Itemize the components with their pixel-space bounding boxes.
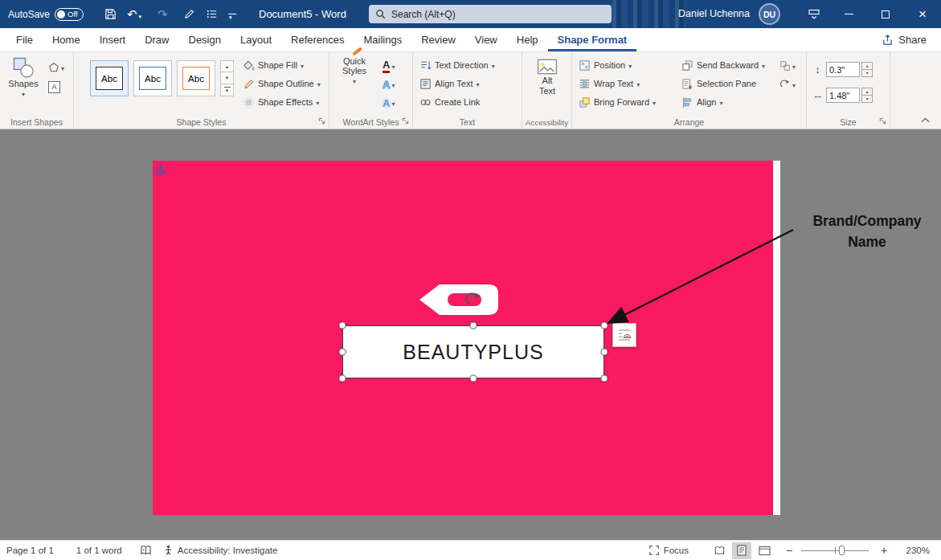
stepper-down-icon[interactable]	[861, 70, 873, 78]
stepper-down-icon[interactable]	[861, 96, 873, 104]
selection-handle-top-left[interactable]	[339, 322, 346, 329]
print-layout-button[interactable]	[732, 542, 751, 559]
statusbar: Page 1 of 1 1 of 1 word Accessibility: I…	[0, 540, 941, 560]
customize-toolbar-icon	[228, 14, 236, 14]
text-direction-button[interactable]: Text Direction	[418, 57, 497, 73]
zoom-out-button[interactable]	[782, 544, 796, 557]
tab-file[interactable]: File	[6, 28, 43, 51]
accessibility-person-icon	[163, 545, 174, 556]
zoom-slider[interactable]	[801, 544, 869, 557]
annotation-text[interactable]: Brand/Company Name	[796, 211, 939, 253]
redo-button[interactable]	[158, 0, 168, 28]
shape-style-preset-2[interactable]: Abc	[133, 60, 172, 96]
align-text-button[interactable]: Align Text	[418, 76, 481, 92]
word-count[interactable]: 1 of 1 word	[76, 546, 122, 555]
selection-handle-bottom-left[interactable]	[339, 375, 346, 382]
wrap-text-button[interactable]: Wrap Text	[577, 76, 641, 92]
autosave-toggle[interactable]: AutoSave Off	[8, 0, 84, 28]
close-button[interactable]	[904, 0, 941, 28]
group-objects-button[interactable]	[779, 59, 796, 73]
draw-text-box-button[interactable]	[48, 80, 60, 94]
undo-button[interactable]	[127, 0, 141, 28]
edit-shape-button[interactable]	[48, 60, 64, 75]
stepper-up-icon[interactable]	[861, 62, 873, 70]
selection-handle-top-center[interactable]	[470, 322, 477, 329]
proofing-errors-button[interactable]	[140, 545, 152, 556]
maximize-button[interactable]	[867, 0, 904, 28]
search-box[interactable]	[369, 5, 612, 23]
selection-handle-bottom-center[interactable]	[470, 375, 477, 382]
align-button[interactable]: Align	[680, 94, 724, 110]
save-button[interactable]	[104, 0, 117, 28]
zoom-in-button[interactable]	[877, 544, 891, 557]
tag-shape[interactable]	[418, 283, 500, 317]
shape-width-input[interactable]	[826, 88, 860, 103]
shape-fill-button[interactable]: Shape Fill	[241, 57, 305, 73]
page-indicator[interactable]: Page 1 of 1	[6, 546, 54, 555]
group-label-arrange: Arrange	[572, 117, 806, 127]
quick-styles-button[interactable]: Quick Styles	[333, 56, 376, 85]
tab-view[interactable]: View	[465, 28, 507, 51]
send-backward-icon	[681, 59, 693, 72]
qat-editor-button[interactable]	[183, 0, 195, 28]
text-effects-button[interactable]: A	[383, 96, 395, 110]
wordart-dialog-launcher[interactable]	[402, 116, 409, 126]
tab-help[interactable]: Help	[507, 28, 548, 51]
search-input[interactable]	[391, 9, 605, 20]
ribbon-display-options-button[interactable]	[808, 0, 820, 28]
shape-style-preset-3[interactable]: Abc	[177, 60, 215, 96]
tab-references[interactable]: References	[281, 28, 354, 51]
collapse-ribbon-button[interactable]	[921, 115, 930, 125]
shape-outline-button[interactable]: Shape Outline	[241, 76, 322, 92]
text-outline-button[interactable]: A	[383, 77, 395, 92]
shape-effects-button[interactable]: Shape Effects	[241, 94, 321, 110]
read-mode-button[interactable]	[710, 542, 729, 559]
size-dialog-launcher[interactable]	[879, 116, 886, 126]
tab-layout[interactable]: Layout	[231, 28, 281, 51]
tab-design[interactable]: Design	[179, 28, 231, 51]
alt-text-button[interactable]: Alt Text	[530, 58, 564, 96]
layout-options-button[interactable]	[612, 323, 636, 347]
tab-mailings[interactable]: Mailings	[354, 28, 412, 51]
qat-bullets-button[interactable]	[206, 0, 218, 28]
stepper-up-icon[interactable]	[861, 88, 873, 96]
minimize-button[interactable]	[830, 0, 867, 28]
shape-styles-dialog-launcher[interactable]	[318, 116, 325, 126]
dropdown-icon	[477, 79, 480, 88]
gallery-more-icon[interactable]	[220, 84, 234, 96]
tab-insert[interactable]: Insert	[90, 28, 136, 51]
text-fill-button[interactable]: A	[383, 59, 395, 73]
shape-height-input[interactable]	[826, 62, 860, 77]
create-link-button[interactable]: Create Link	[418, 94, 481, 110]
tab-shape-format[interactable]: Shape Format	[548, 28, 637, 51]
tab-review[interactable]: Review	[411, 28, 465, 51]
tab-draw[interactable]: Draw	[135, 28, 178, 51]
selection-handle-top-right[interactable]	[601, 322, 608, 329]
document-page[interactable]: BEAUTYPLUS Brand/Company Name	[153, 161, 780, 515]
rotate-handle[interactable]	[464, 291, 482, 309]
selection-pane-button[interactable]: Selection Pane	[680, 76, 758, 92]
user-name[interactable]: Daniel Uchenna	[678, 0, 750, 28]
tab-home[interactable]: Home	[43, 28, 90, 51]
brand-text-box[interactable]: BEAUTYPLUS	[342, 325, 604, 378]
shapes-button[interactable]: Shapes	[3, 56, 43, 98]
accessibility-status[interactable]: Accessibility: Investigate	[178, 546, 278, 555]
share-button[interactable]: Share	[867, 28, 941, 51]
focus-button[interactable]: Focus	[648, 545, 689, 556]
rotate-objects-button[interactable]	[779, 77, 796, 92]
zoom-percentage[interactable]: 230%	[901, 546, 930, 555]
shape-style-preset-1[interactable]: Abc	[90, 60, 129, 96]
zoom-slider-thumb[interactable]	[839, 546, 845, 555]
qat-customize-button[interactable]	[228, 0, 236, 28]
avatar[interactable]: DU	[759, 3, 780, 25]
selection-handle-bottom-right[interactable]	[601, 375, 608, 382]
position-button[interactable]: Position	[577, 57, 633, 73]
web-layout-button[interactable]	[755, 542, 774, 559]
bring-forward-button[interactable]: Bring Forward	[577, 94, 657, 110]
send-backward-button[interactable]: Send Backward	[680, 57, 767, 73]
selection-handle-middle-right[interactable]	[601, 349, 608, 356]
pink-background-shape[interactable]: BEAUTYPLUS	[153, 161, 773, 515]
gallery-up-icon[interactable]	[220, 60, 234, 72]
selection-handle-middle-left[interactable]	[339, 349, 346, 356]
gallery-down-icon[interactable]	[220, 72, 234, 84]
